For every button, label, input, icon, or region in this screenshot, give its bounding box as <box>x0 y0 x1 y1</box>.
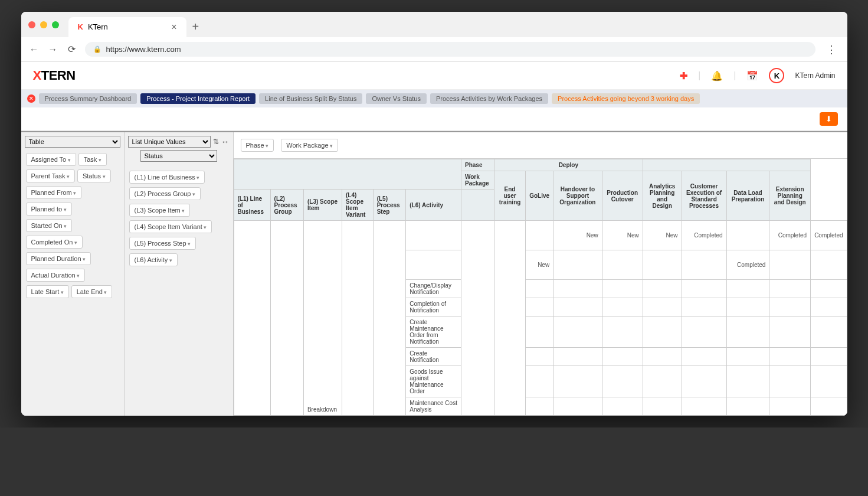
field-chip[interactable]: Completed On <box>26 236 83 249</box>
value-cell <box>553 280 602 298</box>
collapse-icon[interactable]: ↔ <box>221 137 230 146</box>
aggregator-select[interactable]: List Unique Values <box>128 136 211 148</box>
value-cell <box>811 316 847 348</box>
value-cell <box>811 397 847 416</box>
value-cell <box>726 298 769 316</box>
value-cell <box>602 280 643 298</box>
wp-col: End user training <box>494 171 525 221</box>
app-logo[interactable]: XTERN <box>33 68 76 83</box>
logo-mark-icon: X <box>33 68 41 83</box>
tab-title: KTern <box>88 22 108 31</box>
value-cell <box>811 250 847 280</box>
wp-col: Data Load Preparation <box>726 171 769 221</box>
new-tab-button[interactable]: + <box>186 17 205 37</box>
row-field-chip[interactable]: (L2) Process Group <box>129 187 201 200</box>
calendar-icon[interactable]: 📅 <box>746 70 758 81</box>
field-chip[interactable]: Late End <box>71 285 113 298</box>
value-cell <box>553 397 602 416</box>
browser-tab[interactable]: K KTern × <box>68 17 186 37</box>
address-bar[interactable]: 🔒 https://www.ktern.com <box>85 42 815 57</box>
row-field-chip[interactable]: (L4) Scope Item Variant <box>129 220 212 233</box>
divider: | <box>733 70 736 81</box>
col-field-phase[interactable]: Phase <box>241 139 274 152</box>
process-step-cell <box>406 221 461 250</box>
renderer-select[interactable]: Table <box>25 136 120 148</box>
value-cell: Completed <box>726 250 769 280</box>
sort-toggle-icon[interactable]: ⇅ <box>213 138 219 146</box>
row-header: (L2) Process Group <box>270 190 303 221</box>
wp-header: Work Package <box>461 171 494 190</box>
value-cell <box>769 250 811 280</box>
value-cell <box>526 348 553 366</box>
bell-icon[interactable]: 🔔 <box>711 70 723 81</box>
value-cell <box>643 250 682 280</box>
value-cell <box>553 366 602 397</box>
divider: | <box>698 70 700 81</box>
wp-col: Analytics Planning and Design <box>643 171 682 221</box>
field-chip[interactable]: Started On <box>26 219 73 232</box>
reload-icon[interactable]: ⟳ <box>66 44 78 55</box>
value-cell <box>811 298 847 316</box>
forward-icon[interactable]: → <box>47 44 59 55</box>
tab-owner-status[interactable]: Owner Vs Status <box>366 93 427 104</box>
phase-header: Phase <box>461 159 494 171</box>
process-step-cell <box>406 250 461 280</box>
value-cell: New <box>602 221 643 250</box>
tab-process-summary[interactable]: Process Summary Dashboard <box>39 93 137 104</box>
process-step-cell: Change/Display Notification <box>406 280 461 298</box>
value-cell: New <box>643 221 682 250</box>
row-field-chip[interactable]: (L1) Line of Business <box>129 171 205 184</box>
tab-favicon-icon: K <box>78 22 83 31</box>
value-cell: New <box>526 250 553 280</box>
row-field-chip[interactable]: (L6) Activity <box>129 253 178 266</box>
row-header: (L4) Scope Item Variant <box>342 190 373 221</box>
tab-activities-wp[interactable]: Process Activities by Work Packages <box>430 93 548 104</box>
field-chip[interactable]: Planned Duration <box>26 252 91 265</box>
value-cell <box>682 298 726 316</box>
window-minimize-icon[interactable] <box>40 21 47 28</box>
field-chip[interactable]: Parent Task <box>26 169 75 182</box>
value-cell <box>682 348 726 366</box>
add-icon[interactable]: ✚ <box>680 70 687 81</box>
field-chip[interactable]: Status <box>77 169 111 182</box>
value-cell <box>769 298 811 316</box>
value-cell <box>526 397 553 416</box>
field-chip[interactable]: Task <box>78 153 107 166</box>
value-cell <box>643 348 682 366</box>
process-step-cell: Create Notification <box>406 348 461 366</box>
logo-text: TERN <box>41 68 76 83</box>
browser-tab-bar: K KTern × + <box>21 12 847 37</box>
value-cell <box>811 348 847 366</box>
value-cell <box>769 280 811 298</box>
wp-col: Customer Execution of Standard Processes <box>682 171 726 221</box>
field-chip[interactable]: Planned to <box>26 203 72 216</box>
tab-activities-overdue[interactable]: Process Activities going beyond 3 workin… <box>552 93 700 104</box>
avatar[interactable]: K <box>769 68 784 83</box>
field-chip[interactable]: Assigned To <box>26 153 76 166</box>
back-icon[interactable]: ← <box>28 44 40 55</box>
field-chip[interactable]: Late Start <box>26 285 69 298</box>
row-field-chip[interactable]: (L3) Scope Item <box>129 204 191 217</box>
value-cell <box>526 221 553 250</box>
value-cell <box>553 348 602 366</box>
field-chip[interactable]: Actual Duration <box>26 269 86 282</box>
row-header: (L6) Activity <box>406 190 461 221</box>
tab-lob-split[interactable]: Line of Business Split By Status <box>259 93 362 104</box>
col-field-workpackage[interactable]: Work Package <box>281 139 338 152</box>
value-cell <box>526 316 553 348</box>
wp-col: GoLive <box>526 171 553 221</box>
close-tab-icon[interactable]: × <box>171 22 176 32</box>
field-chip[interactable]: Planned From <box>26 186 82 199</box>
row-fields-panel: List Unique Values ⇅ ↔ Status (L1) Line … <box>125 132 234 416</box>
row-field-chip[interactable]: (L5) Process Step <box>129 237 196 250</box>
attribute-select[interactable]: Status <box>140 150 217 162</box>
row-header: (L3) Scope Item <box>303 190 342 221</box>
close-report-icon[interactable]: ✕ <box>27 94 35 103</box>
value-cell <box>811 366 847 397</box>
tab-project-integration[interactable]: Process - Project Integration Report <box>140 93 256 104</box>
browser-menu-icon[interactable]: ⋮ <box>823 43 840 56</box>
window-close-icon[interactable] <box>28 21 35 28</box>
window-maximize-icon[interactable] <box>52 21 59 28</box>
download-button[interactable]: ⬇ <box>820 112 838 126</box>
row-header: (L1) Line of Business <box>234 190 270 221</box>
